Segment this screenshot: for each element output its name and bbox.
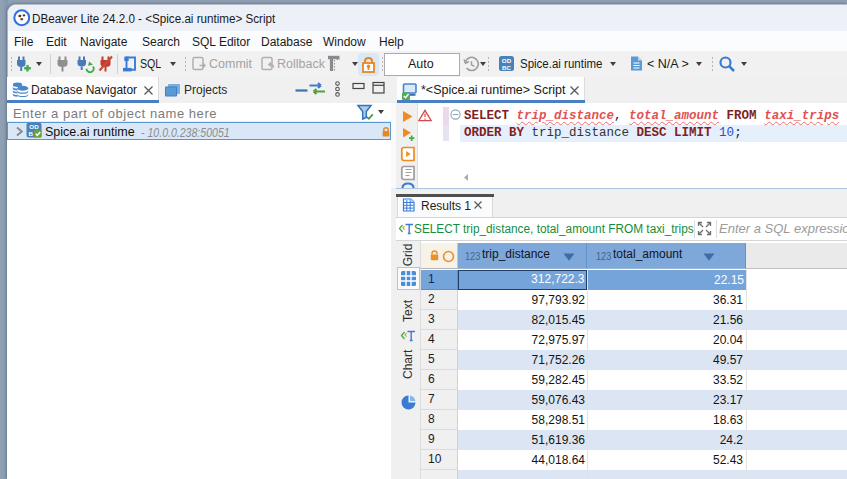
svg-text:OD: OD — [29, 123, 39, 130]
svg-text:B: B — [28, 130, 33, 137]
svg-text:BC: BC — [502, 64, 511, 71]
